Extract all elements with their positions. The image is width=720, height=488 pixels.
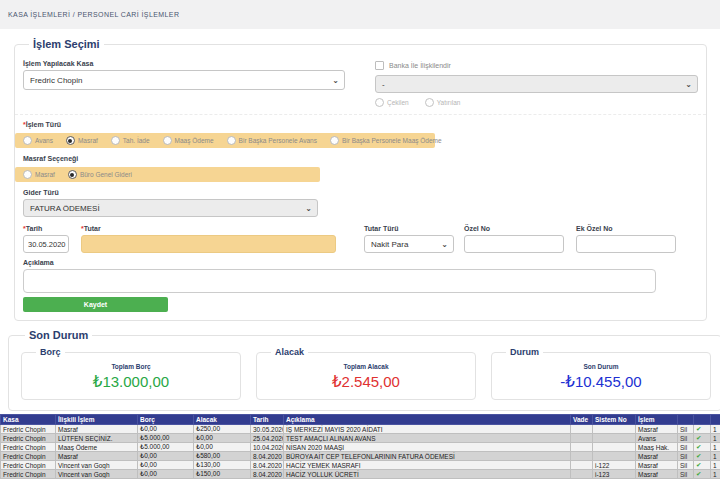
radio-option: Yatırılan: [425, 98, 461, 107]
flag-cell[interactable]: 1: [711, 452, 720, 461]
cell-vade: [571, 461, 593, 470]
cell-kasa: Fredric Chopin: [1, 425, 56, 434]
radio-option-label: Çekilen: [387, 99, 409, 106]
masraf-secenegi-radio-bar: MasrafBüro Genel Gideri: [15, 167, 320, 182]
chevron-down-icon: ⌄: [332, 76, 339, 85]
table-header-row: Kasa İlişkili İşlem Borç Alacak Tarih Aç…: [1, 415, 720, 425]
kasa-select[interactable]: Fredric Chopin ⌄: [23, 70, 345, 90]
cell-alacak: ₺150,00: [194, 470, 251, 479]
radio-option[interactable]: Tah. İade: [111, 136, 150, 145]
save-button[interactable]: Kaydet: [23, 297, 168, 312]
delete-link[interactable]: Sil: [678, 434, 694, 443]
radio-icon: [425, 98, 434, 107]
top-nav-bar: KASA İŞLEMLERİ / PERSONEL CARİ İŞLEMLER: [0, 0, 720, 29]
cell-kasa: Fredric Chopin: [1, 434, 56, 443]
cell-iliskili: Vincent van Gogh: [56, 461, 138, 470]
radio-icon: [163, 136, 172, 145]
cell-tarih: 8.04.2020: [251, 470, 284, 479]
radio-option[interactable]: Masraf: [23, 170, 55, 179]
cell-alacak: ₺0,00: [194, 434, 251, 443]
cell-vade: [571, 443, 593, 452]
tarih-label: Tarih: [26, 225, 43, 232]
flag-cell[interactable]: 1: [711, 434, 720, 443]
radio-option[interactable]: Maaş Ödeme: [163, 136, 214, 145]
delete-link[interactable]: Sil: [678, 452, 694, 461]
flag-cell[interactable]: 1: [711, 425, 720, 434]
aciklama-textarea[interactable]: [23, 269, 656, 293]
cell-sistem: [593, 443, 636, 452]
alacak-card: Alacak Toplam Alacak ₺2.545,00: [256, 347, 476, 400]
delete-link[interactable]: Sil: [678, 425, 694, 434]
table-row: Fredric ChopinMaaş Ödeme₺5.000,00₺0,0010…: [1, 443, 720, 452]
cell-aciklama: HACİZ YEMEK MASRAFI: [284, 461, 571, 470]
cell-islem: Masraf: [636, 425, 678, 434]
cell-borc: ₺5.000,00: [138, 434, 194, 443]
islem-secimi-panel: İşlem Seçimi İşlem Yapılacak Kasa Fredri…: [14, 38, 707, 321]
ozel-no-label: Özel No: [464, 225, 564, 232]
ek-ozel-no-input[interactable]: [576, 235, 676, 253]
flag-cell[interactable]: 1: [711, 443, 720, 452]
breadcrumb[interactable]: KASA İŞLEMLERİ / PERSONEL CARİ İŞLEMLER: [0, 11, 179, 18]
table-row: Fredric ChopinVincent van Gogh₺0,00₺130,…: [1, 461, 720, 470]
cell-sistem: [593, 452, 636, 461]
flag-cell[interactable]: 1: [711, 461, 720, 470]
gider-turu-select[interactable]: FATURA ÖDEMESİ ⌄: [23, 199, 318, 217]
flag-cell[interactable]: 1: [711, 470, 720, 479]
cell-tarih: 8.04.2020: [251, 452, 284, 461]
cell-islem: Masraf: [636, 461, 678, 470]
approve-check-icon[interactable]: ✔: [694, 461, 711, 470]
islem-turu-radio-bar: AvansMasrafTah. İadeMaaş ÖdemeBir Başka …: [15, 133, 435, 148]
masraf-secenegi-label: Masraf Seçeneği: [23, 155, 698, 162]
ek-ozel-no-label: Ek Özel No: [576, 225, 676, 232]
bank-select: - ⌄: [375, 75, 698, 93]
durum-amount: -₺10.455,00: [498, 373, 704, 391]
cell-islem: Masraf: [636, 470, 678, 479]
radio-icon: [66, 136, 75, 145]
cell-sistem: i-123: [593, 470, 636, 479]
approve-check-icon[interactable]: ✔: [694, 425, 711, 434]
radio-icon: [68, 170, 77, 179]
radio-option-label: Masraf: [35, 171, 55, 178]
radio-option-label: Bir Başka Personele Maaş Ödeme: [342, 137, 442, 144]
radio-option[interactable]: Bir Başka Personele Avans: [227, 136, 317, 145]
table-row: Fredric ChopinMasraf₺0,00₺250,0030.05.20…: [1, 425, 720, 434]
table-row: Fredric ChopinLÜTFEN SEÇİNİZ.₺5.000,00₺0…: [1, 434, 720, 443]
radio-icon: [227, 136, 236, 145]
cell-alacak: ₺130,00: [194, 461, 251, 470]
borc-card-label: Toplam Borç: [28, 363, 234, 370]
cell-islem: Avans: [636, 434, 678, 443]
radio-option[interactable]: Bir Başka Personele Maaş Ödeme: [330, 136, 442, 145]
approve-check-icon[interactable]: ✔: [694, 452, 711, 461]
gider-turu-value: FATURA ÖDEMESİ: [30, 204, 100, 213]
approve-check-icon[interactable]: ✔: [694, 470, 711, 479]
cell-kasa: Fredric Chopin: [1, 452, 56, 461]
bank-direction-radios: ÇekilenYatırılan: [375, 98, 698, 107]
delete-link[interactable]: Sil: [678, 470, 694, 479]
tutar-turu-select[interactable]: Nakit Para ⌄: [364, 235, 454, 253]
tarih-input[interactable]: 30.05.2020: [23, 235, 69, 253]
radio-option[interactable]: Masraf: [66, 136, 98, 145]
cell-vade: [571, 470, 593, 479]
cell-tarih: 8.04.2020: [251, 461, 284, 470]
approve-check-icon[interactable]: ✔: [694, 434, 711, 443]
cell-iliskili: Vincent van Gogh: [56, 470, 138, 479]
delete-link[interactable]: Sil: [678, 443, 694, 452]
cell-borc: ₺0,00: [138, 425, 194, 434]
approve-check-icon[interactable]: ✔: [694, 443, 711, 452]
radio-option: Çekilen: [375, 98, 409, 107]
tutar-label: Tutar: [84, 225, 101, 232]
cell-tarih: 30.05.2020: [251, 425, 284, 434]
radio-option[interactable]: Avans: [23, 136, 53, 145]
cell-iliskili: Masraf: [56, 425, 138, 434]
bank-checkbox-label: Banka İle İlişkilendir: [389, 62, 451, 69]
radio-option[interactable]: Büro Genel Gideri: [68, 170, 132, 179]
radio-option-label: Masraf: [78, 137, 98, 144]
delete-link[interactable]: Sil: [678, 461, 694, 470]
cell-vade: [571, 452, 593, 461]
radio-option-label: Bir Başka Personele Avans: [239, 137, 317, 144]
cell-iliskili: LÜTFEN SEÇİNİZ.: [56, 434, 138, 443]
tutar-input[interactable]: [81, 235, 336, 253]
radio-option-label: Tah. İade: [123, 137, 150, 144]
bank-checkbox[interactable]: [375, 61, 384, 70]
ozel-no-input[interactable]: [464, 235, 564, 253]
